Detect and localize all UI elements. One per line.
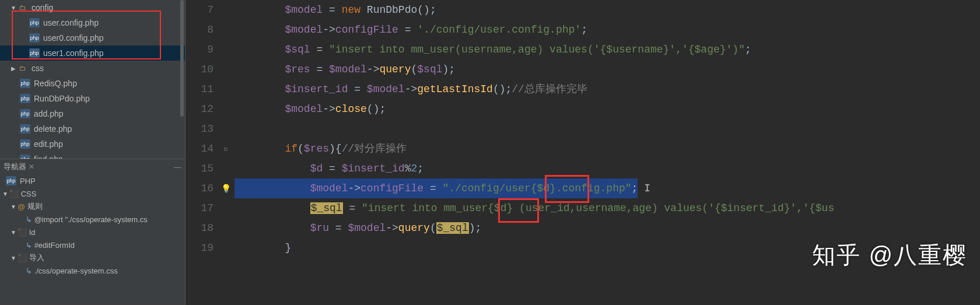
- tree-file[interactable]: phpRedisQ.php: [0, 76, 185, 91]
- code-line: $ru = $model->query($_sql);: [231, 218, 980, 238]
- fold-column[interactable]: ⊟ 💡: [220, 0, 231, 305]
- file-label: RunDbPdo.php: [34, 94, 90, 103]
- navigator-header[interactable]: 导航器 ✕ —: [0, 159, 185, 174]
- at-rule-icon: @: [18, 202, 25, 211]
- code-line: $d = $insert_id%2;: [231, 159, 980, 178]
- sidebar: ▼ 🗀 config php user.config.php php user0…: [0, 0, 186, 305]
- scrollbar-thumb[interactable]: [180, 0, 184, 117]
- code-line: $insert_id = $model->getLastInsId();//总库…: [231, 79, 980, 99]
- tag-icon: ⬛: [18, 228, 27, 237]
- file-label: RedisQ.php: [34, 79, 77, 88]
- chevron-down-icon: ▼: [10, 255, 16, 261]
- file-label: user0.config.php: [43, 33, 104, 43]
- nav-item-import-section[interactable]: ▼ ⬛ 导入: [0, 251, 185, 264]
- php-file-icon: php: [20, 139, 30, 149]
- lightbulb-icon[interactable]: 💡: [221, 184, 231, 194]
- code-line: $sql = "insert into mm_user(username,age…: [231, 40, 980, 59]
- navigator-title: 导航器: [4, 162, 26, 172]
- code-line: $model->configFile = './config/user.conf…: [231, 20, 980, 40]
- tree-file[interactable]: php user0.config.php: [0, 30, 185, 45]
- text-cursor: I: [638, 178, 638, 191]
- php-file-icon: php: [29, 48, 40, 58]
- php-file-icon: php: [29, 18, 40, 27]
- code-line: [231, 119, 980, 139]
- nav-label: #editFormId: [34, 241, 75, 250]
- tree-file-selected[interactable]: php user1.config.php: [0, 45, 185, 61]
- nav-label: CSS: [21, 190, 37, 198]
- tree-file[interactable]: php user.config.php: [0, 15, 185, 30]
- php-file-icon: php: [29, 33, 40, 43]
- fold-toggle-icon[interactable]: ⊟: [220, 139, 231, 159]
- tree-file[interactable]: phpadd.php: [0, 106, 185, 121]
- folder-label: css: [32, 64, 44, 73]
- rule-icon: ↳: [26, 267, 32, 275]
- nav-label: 导入: [29, 253, 44, 263]
- code-line: if($res){//对分库操作: [231, 139, 980, 159]
- tree-folder-config[interactable]: ▼ 🗀 config: [0, 0, 185, 15]
- nav-item-import[interactable]: ↳ @import "./css/operate-system.cs: [0, 213, 185, 226]
- nav-item-css[interactable]: ▼ ⬛ CSS: [0, 187, 185, 200]
- tree-file[interactable]: phpedit.php: [0, 136, 185, 152]
- nav-item-rules[interactable]: ▼ @ 规则: [0, 200, 185, 213]
- chevron-down-icon: ▼: [10, 204, 16, 209]
- navigator-panel: 导航器 ✕ — php PHP ▼ ⬛ CSS ▼ @ 规则 ↳ @import…: [0, 159, 185, 277]
- nav-label: ./css/operate-system.css: [34, 267, 118, 275]
- tree-folder-css[interactable]: ▶ 🗀 css: [0, 61, 185, 76]
- file-label: delete.php: [34, 124, 72, 134]
- file-tree[interactable]: ▼ 🗀 config php user.config.php php user0…: [0, 0, 185, 159]
- tree-file[interactable]: phpfind.php: [0, 152, 185, 159]
- folder-icon: 🗀: [18, 3, 28, 12]
- watermark-text: 知乎 @八重樱: [812, 239, 967, 271]
- tree-file[interactable]: phpdelete.php: [0, 121, 185, 136]
- tree-file[interactable]: phpRunDbPdo.php: [0, 91, 185, 106]
- collapse-icon[interactable]: —: [174, 163, 181, 171]
- nav-label: PHP: [20, 177, 36, 185]
- folder-icon: 🗀: [18, 64, 28, 73]
- file-label: edit.php: [34, 139, 63, 149]
- php-file-icon: php: [20, 109, 30, 118]
- file-label: user1.config.php: [43, 48, 104, 58]
- file-label: find.php: [34, 155, 63, 159]
- chevron-down-icon: ▼: [10, 229, 16, 235]
- tag-icon: ⬛: [9, 190, 19, 198]
- code-line: $_sql = "insert into mm_user{$d} (user_i…: [231, 198, 980, 218]
- highlighted-var: $_sql: [436, 222, 469, 234]
- file-label: add.php: [34, 109, 64, 118]
- nav-item-editform[interactable]: ↳ #editFormId: [0, 239, 185, 251]
- php-file-icon: php: [20, 155, 30, 159]
- tag-icon: ⬛: [18, 254, 27, 262]
- code-line: $res = $model->query($sql);: [231, 59, 980, 79]
- rule-icon: ↳: [26, 215, 32, 224]
- folder-label: config: [32, 3, 53, 12]
- code-line: $model->close();: [231, 99, 980, 119]
- php-file-icon: php: [20, 94, 30, 103]
- chevron-right-icon: ▶: [10, 65, 16, 71]
- php-file-icon: php: [20, 124, 30, 134]
- nav-label: Id: [29, 228, 36, 237]
- php-file-icon: php: [20, 79, 30, 88]
- chevron-down-icon: ▼: [2, 191, 8, 197]
- nav-item-import-file[interactable]: ↳ ./css/operate-system.css: [0, 264, 185, 277]
- nav-item-php[interactable]: php PHP: [0, 174, 185, 187]
- line-gutter: 78910111213141516171819: [186, 0, 220, 305]
- file-label: user.config.php: [43, 18, 99, 27]
- php-file-icon: php: [6, 176, 16, 185]
- code-line: $model = new RunDbPdo();: [231, 0, 980, 20]
- nav-label: @import "./css/operate-system.cs: [34, 215, 148, 224]
- nav-label: 规则: [27, 201, 43, 212]
- nav-item-id[interactable]: ▼ ⬛ Id: [0, 226, 185, 239]
- code-line-selected: $model->configFile = "./config/user{$d}.…: [231, 178, 980, 198]
- chevron-down-icon: ▼: [10, 5, 16, 10]
- rule-icon: ↳: [26, 241, 32, 250]
- close-icon[interactable]: ✕: [29, 163, 34, 171]
- highlighted-var: $_sql: [310, 202, 343, 214]
